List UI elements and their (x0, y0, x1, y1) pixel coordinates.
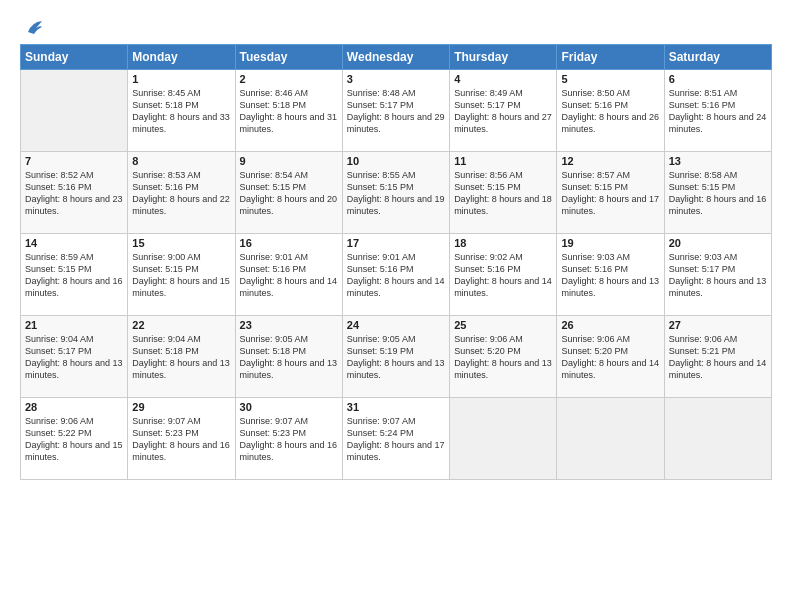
day-cell: 26Sunrise: 9:06 AMSunset: 5:20 PMDayligh… (557, 316, 664, 398)
week-row-2: 14Sunrise: 8:59 AMSunset: 5:15 PMDayligh… (21, 234, 772, 316)
day-info: Sunrise: 9:01 AMSunset: 5:16 PMDaylight:… (347, 251, 445, 300)
day-number: 7 (25, 155, 123, 167)
logo (20, 18, 44, 36)
day-number: 1 (132, 73, 230, 85)
day-info: Sunrise: 9:05 AMSunset: 5:18 PMDaylight:… (240, 333, 338, 382)
day-number: 25 (454, 319, 552, 331)
day-cell: 18Sunrise: 9:02 AMSunset: 5:16 PMDayligh… (450, 234, 557, 316)
day-number: 24 (347, 319, 445, 331)
week-row-4: 28Sunrise: 9:06 AMSunset: 5:22 PMDayligh… (21, 398, 772, 480)
day-cell: 6Sunrise: 8:51 AMSunset: 5:16 PMDaylight… (664, 70, 771, 152)
day-number: 27 (669, 319, 767, 331)
day-cell: 13Sunrise: 8:58 AMSunset: 5:15 PMDayligh… (664, 152, 771, 234)
day-number: 18 (454, 237, 552, 249)
day-cell: 25Sunrise: 9:06 AMSunset: 5:20 PMDayligh… (450, 316, 557, 398)
day-cell: 14Sunrise: 8:59 AMSunset: 5:15 PMDayligh… (21, 234, 128, 316)
day-number: 31 (347, 401, 445, 413)
day-number: 30 (240, 401, 338, 413)
day-number: 29 (132, 401, 230, 413)
day-info: Sunrise: 8:48 AMSunset: 5:17 PMDaylight:… (347, 87, 445, 136)
week-row-0: 1Sunrise: 8:45 AMSunset: 5:18 PMDaylight… (21, 70, 772, 152)
day-number: 10 (347, 155, 445, 167)
day-cell: 5Sunrise: 8:50 AMSunset: 5:16 PMDaylight… (557, 70, 664, 152)
page-header (20, 18, 772, 36)
calendar-page: SundayMondayTuesdayWednesdayThursdayFrid… (0, 0, 792, 612)
day-number: 12 (561, 155, 659, 167)
day-number: 21 (25, 319, 123, 331)
day-info: Sunrise: 8:53 AMSunset: 5:16 PMDaylight:… (132, 169, 230, 218)
week-row-3: 21Sunrise: 9:04 AMSunset: 5:17 PMDayligh… (21, 316, 772, 398)
day-cell: 9Sunrise: 8:54 AMSunset: 5:15 PMDaylight… (235, 152, 342, 234)
day-info: Sunrise: 9:05 AMSunset: 5:19 PMDaylight:… (347, 333, 445, 382)
day-cell: 1Sunrise: 8:45 AMSunset: 5:18 PMDaylight… (128, 70, 235, 152)
day-info: Sunrise: 9:07 AMSunset: 5:24 PMDaylight:… (347, 415, 445, 464)
weekday-tuesday: Tuesday (235, 45, 342, 70)
day-number: 9 (240, 155, 338, 167)
day-number: 11 (454, 155, 552, 167)
day-number: 6 (669, 73, 767, 85)
day-info: Sunrise: 8:51 AMSunset: 5:16 PMDaylight:… (669, 87, 767, 136)
day-info: Sunrise: 9:06 AMSunset: 5:20 PMDaylight:… (561, 333, 659, 382)
day-number: 4 (454, 73, 552, 85)
day-cell: 20Sunrise: 9:03 AMSunset: 5:17 PMDayligh… (664, 234, 771, 316)
day-info: Sunrise: 9:03 AMSunset: 5:17 PMDaylight:… (669, 251, 767, 300)
day-cell: 3Sunrise: 8:48 AMSunset: 5:17 PMDaylight… (342, 70, 449, 152)
day-number: 13 (669, 155, 767, 167)
weekday-saturday: Saturday (664, 45, 771, 70)
day-cell (664, 398, 771, 480)
day-info: Sunrise: 8:56 AMSunset: 5:15 PMDaylight:… (454, 169, 552, 218)
day-number: 8 (132, 155, 230, 167)
day-info: Sunrise: 8:52 AMSunset: 5:16 PMDaylight:… (25, 169, 123, 218)
day-info: Sunrise: 8:57 AMSunset: 5:15 PMDaylight:… (561, 169, 659, 218)
logo-bird-icon (22, 18, 44, 40)
day-info: Sunrise: 9:06 AMSunset: 5:20 PMDaylight:… (454, 333, 552, 382)
day-cell: 8Sunrise: 8:53 AMSunset: 5:16 PMDaylight… (128, 152, 235, 234)
day-number: 28 (25, 401, 123, 413)
weekday-monday: Monday (128, 45, 235, 70)
day-number: 14 (25, 237, 123, 249)
day-info: Sunrise: 8:55 AMSunset: 5:15 PMDaylight:… (347, 169, 445, 218)
day-cell: 27Sunrise: 9:06 AMSunset: 5:21 PMDayligh… (664, 316, 771, 398)
week-row-1: 7Sunrise: 8:52 AMSunset: 5:16 PMDaylight… (21, 152, 772, 234)
weekday-sunday: Sunday (21, 45, 128, 70)
day-info: Sunrise: 9:02 AMSunset: 5:16 PMDaylight:… (454, 251, 552, 300)
day-cell: 7Sunrise: 8:52 AMSunset: 5:16 PMDaylight… (21, 152, 128, 234)
day-info: Sunrise: 8:45 AMSunset: 5:18 PMDaylight:… (132, 87, 230, 136)
day-cell: 23Sunrise: 9:05 AMSunset: 5:18 PMDayligh… (235, 316, 342, 398)
day-info: Sunrise: 9:04 AMSunset: 5:18 PMDaylight:… (132, 333, 230, 382)
day-cell: 31Sunrise: 9:07 AMSunset: 5:24 PMDayligh… (342, 398, 449, 480)
day-info: Sunrise: 8:49 AMSunset: 5:17 PMDaylight:… (454, 87, 552, 136)
day-cell: 12Sunrise: 8:57 AMSunset: 5:15 PMDayligh… (557, 152, 664, 234)
day-number: 22 (132, 319, 230, 331)
day-cell: 24Sunrise: 9:05 AMSunset: 5:19 PMDayligh… (342, 316, 449, 398)
day-info: Sunrise: 8:59 AMSunset: 5:15 PMDaylight:… (25, 251, 123, 300)
day-number: 20 (669, 237, 767, 249)
day-cell: 28Sunrise: 9:06 AMSunset: 5:22 PMDayligh… (21, 398, 128, 480)
day-info: Sunrise: 9:07 AMSunset: 5:23 PMDaylight:… (240, 415, 338, 464)
day-info: Sunrise: 8:54 AMSunset: 5:15 PMDaylight:… (240, 169, 338, 218)
day-number: 5 (561, 73, 659, 85)
day-cell: 21Sunrise: 9:04 AMSunset: 5:17 PMDayligh… (21, 316, 128, 398)
day-cell: 16Sunrise: 9:01 AMSunset: 5:16 PMDayligh… (235, 234, 342, 316)
day-cell: 4Sunrise: 8:49 AMSunset: 5:17 PMDaylight… (450, 70, 557, 152)
day-info: Sunrise: 9:01 AMSunset: 5:16 PMDaylight:… (240, 251, 338, 300)
day-info: Sunrise: 8:50 AMSunset: 5:16 PMDaylight:… (561, 87, 659, 136)
weekday-header-row: SundayMondayTuesdayWednesdayThursdayFrid… (21, 45, 772, 70)
day-cell: 2Sunrise: 8:46 AMSunset: 5:18 PMDaylight… (235, 70, 342, 152)
day-cell: 10Sunrise: 8:55 AMSunset: 5:15 PMDayligh… (342, 152, 449, 234)
day-cell: 17Sunrise: 9:01 AMSunset: 5:16 PMDayligh… (342, 234, 449, 316)
day-info: Sunrise: 9:07 AMSunset: 5:23 PMDaylight:… (132, 415, 230, 464)
weekday-wednesday: Wednesday (342, 45, 449, 70)
day-cell: 11Sunrise: 8:56 AMSunset: 5:15 PMDayligh… (450, 152, 557, 234)
day-info: Sunrise: 9:06 AMSunset: 5:21 PMDaylight:… (669, 333, 767, 382)
day-number: 15 (132, 237, 230, 249)
day-cell (450, 398, 557, 480)
day-info: Sunrise: 9:06 AMSunset: 5:22 PMDaylight:… (25, 415, 123, 464)
day-cell: 19Sunrise: 9:03 AMSunset: 5:16 PMDayligh… (557, 234, 664, 316)
day-number: 2 (240, 73, 338, 85)
day-info: Sunrise: 9:00 AMSunset: 5:15 PMDaylight:… (132, 251, 230, 300)
day-number: 16 (240, 237, 338, 249)
day-cell: 15Sunrise: 9:00 AMSunset: 5:15 PMDayligh… (128, 234, 235, 316)
day-info: Sunrise: 9:04 AMSunset: 5:17 PMDaylight:… (25, 333, 123, 382)
day-cell: 22Sunrise: 9:04 AMSunset: 5:18 PMDayligh… (128, 316, 235, 398)
